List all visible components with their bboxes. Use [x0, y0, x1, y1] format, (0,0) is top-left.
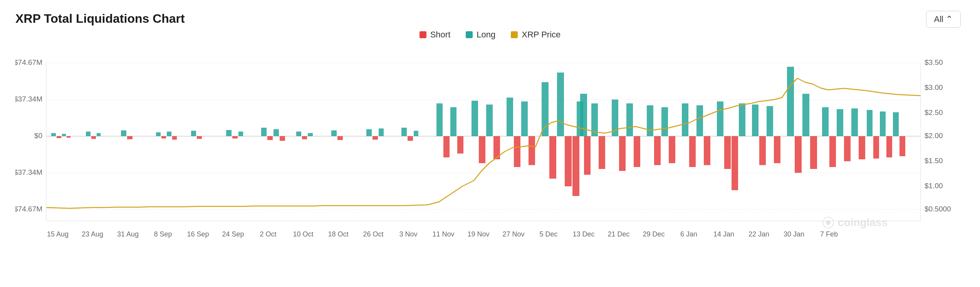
svg-rect-45	[91, 136, 96, 139]
svg-rect-46	[97, 133, 101, 136]
svg-rect-91	[577, 101, 583, 136]
svg-rect-84	[529, 136, 535, 165]
svg-rect-67	[366, 129, 372, 136]
svg-text:29 Dec: 29 Dec	[643, 230, 665, 238]
svg-text:$3.00: $3.00	[925, 83, 943, 91]
svg-text:19 Nov: 19 Nov	[467, 230, 489, 238]
svg-rect-107	[717, 101, 723, 136]
svg-text:23 Aug: 23 Aug	[82, 230, 103, 238]
svg-rect-51	[167, 132, 171, 136]
svg-rect-126	[873, 136, 879, 159]
svg-text:$37.34M: $37.34M	[15, 95, 42, 103]
svg-rect-61	[280, 136, 285, 141]
svg-text:2 Oct: 2 Oct	[260, 230, 276, 238]
svg-text:11 Nov: 11 Nov	[432, 230, 454, 238]
svg-text:$74.67M: $74.67M	[15, 205, 42, 213]
svg-rect-50	[161, 136, 166, 138]
long-color-dot	[466, 31, 473, 38]
svg-rect-68	[373, 136, 378, 140]
svg-text:18 Oct: 18 Oct	[328, 230, 348, 238]
svg-rect-66	[337, 136, 343, 140]
svg-text:26 Oct: 26 Oct	[363, 230, 383, 238]
svg-rect-69	[379, 128, 384, 136]
chart-title: XRP Total Liquidations Chart	[15, 12, 965, 26]
svg-text:31 Aug: 31 Aug	[117, 230, 139, 238]
chart-area: $74.67M $37.34M $0 $37.34M $74.67M $3.50…	[15, 44, 965, 267]
legend-short: Short	[420, 30, 451, 40]
svg-rect-41	[57, 136, 61, 138]
svg-rect-81	[507, 98, 513, 136]
svg-text:$1.50: $1.50	[925, 157, 943, 165]
svg-rect-122	[844, 136, 851, 161]
svg-rect-49	[156, 132, 161, 136]
svg-rect-60	[274, 129, 279, 136]
svg-rect-117	[802, 94, 809, 136]
svg-rect-47	[121, 130, 126, 136]
svg-rect-127	[880, 111, 886, 136]
svg-rect-100	[654, 136, 661, 165]
svg-text:$3.50: $3.50	[925, 58, 943, 66]
svg-rect-82	[514, 136, 520, 167]
svg-rect-113	[767, 106, 773, 136]
svg-rect-87	[557, 73, 564, 136]
svg-text:14 Jan: 14 Jan	[713, 230, 734, 238]
svg-rect-56	[232, 136, 238, 138]
svg-rect-129	[893, 112, 899, 136]
svg-text:16 Sep: 16 Sep	[187, 230, 209, 238]
svg-rect-114	[774, 136, 780, 163]
svg-rect-64	[308, 133, 313, 136]
svg-rect-101	[661, 107, 668, 136]
chart-container: XRP Total Liquidations Chart All ⌃ Short…	[0, 0, 980, 287]
svg-rect-99	[647, 105, 653, 136]
svg-rect-62	[296, 132, 301, 136]
svg-text:21 Dec: 21 Dec	[607, 230, 629, 238]
svg-rect-123	[851, 108, 858, 136]
svg-rect-108	[724, 136, 731, 169]
svg-rect-43	[67, 136, 70, 138]
svg-text:$1.00: $1.00	[925, 182, 943, 190]
svg-text:8 Sep: 8 Sep	[154, 230, 172, 238]
svg-rect-40	[51, 133, 56, 136]
svg-rect-65	[331, 130, 337, 136]
svg-text:$37.34M: $37.34M	[15, 168, 42, 176]
svg-rect-102	[669, 136, 675, 163]
svg-rect-124	[859, 136, 865, 159]
svg-rect-85	[542, 82, 549, 136]
svg-rect-72	[414, 131, 418, 136]
svg-rect-98	[634, 136, 640, 167]
svg-rect-112	[759, 136, 766, 165]
svg-rect-74	[443, 136, 450, 157]
svg-rect-63	[302, 136, 307, 139]
svg-rect-96	[619, 136, 626, 171]
svg-rect-115	[787, 67, 794, 136]
svg-rect-52	[172, 136, 177, 140]
svg-text:7 Feb: 7 Feb	[820, 230, 838, 238]
chart-legend: Short Long XRP Price	[15, 30, 965, 40]
legend-long: Long	[466, 30, 495, 40]
legend-xrp-price: XRP Price	[511, 30, 560, 40]
svg-rect-97	[626, 103, 633, 136]
svg-rect-55	[226, 130, 232, 136]
svg-rect-109	[732, 136, 738, 190]
svg-rect-75	[450, 107, 456, 136]
svg-rect-111	[752, 105, 758, 136]
svg-rect-88	[565, 136, 572, 186]
svg-rect-54	[197, 136, 202, 139]
svg-rect-92	[584, 136, 591, 175]
svg-rect-83	[521, 101, 528, 136]
svg-rect-77	[472, 101, 478, 136]
svg-rect-125	[867, 110, 873, 136]
svg-rect-104	[689, 136, 696, 167]
svg-rect-110	[739, 103, 745, 136]
svg-text:13 Dec: 13 Dec	[572, 230, 594, 238]
coinglass-watermark: coinglass	[822, 216, 888, 229]
all-button[interactable]: All ⌃	[926, 11, 961, 28]
svg-text:15 Aug: 15 Aug	[47, 230, 69, 238]
svg-text:22 Jan: 22 Jan	[748, 230, 769, 238]
short-color-dot	[420, 31, 426, 38]
svg-rect-94	[599, 136, 605, 169]
svg-text:6 Jan: 6 Jan	[680, 230, 697, 238]
svg-text:30 Jan: 30 Jan	[784, 230, 804, 238]
svg-rect-58	[261, 128, 267, 136]
svg-rect-116	[795, 136, 802, 173]
